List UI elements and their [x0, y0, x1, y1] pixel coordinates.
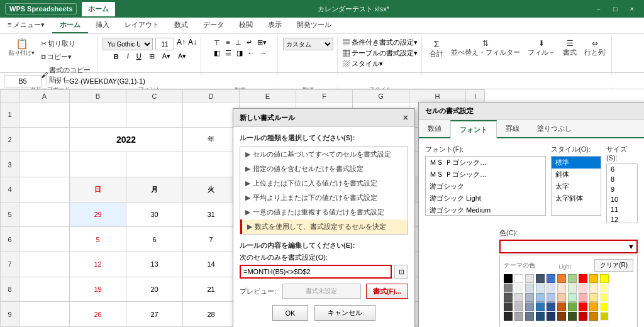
- rule-item-5[interactable]: ▶ 数式を使用して、書式設定するセルを決定: [240, 219, 408, 234]
- cell-a3[interactable]: [19, 152, 70, 177]
- cell-c1[interactable]: [126, 103, 183, 128]
- theme-color-3-3[interactable]: [536, 302, 545, 311]
- align-right-btn[interactable]: ◨: [235, 48, 245, 58]
- theme-color-1-8[interactable]: [589, 284, 598, 292]
- style-item-1[interactable]: 斜体: [552, 169, 601, 180]
- cell-d9[interactable]: 28: [183, 302, 240, 327]
- cell-c8[interactable]: 20: [126, 277, 183, 302]
- theme-color-2-8[interactable]: [589, 293, 598, 302]
- cell-b7[interactable]: 12: [70, 252, 126, 277]
- new-rule-dialog-close-btn[interactable]: ×: [403, 113, 408, 123]
- align-bottom-btn[interactable]: ⊥: [233, 38, 243, 48]
- theme-color-2-3[interactable]: [536, 293, 545, 302]
- style-item-0[interactable]: 標準: [552, 157, 601, 169]
- tab-layout[interactable]: レイアウト: [117, 18, 167, 33]
- format-tab-number[interactable]: 数値: [419, 120, 450, 137]
- font-item-1[interactable]: ＭＳ Ｐゴシック…: [426, 169, 545, 180]
- font-size-up-btn[interactable]: A↑: [177, 38, 186, 50]
- tab-review[interactable]: 校閲: [231, 18, 260, 33]
- theme-color-0-7[interactable]: [579, 274, 587, 283]
- cell-d1[interactable]: [183, 103, 240, 128]
- font-name-select[interactable]: Yu Gothic UI: [103, 38, 153, 50]
- theme-color-2-9[interactable]: [600, 293, 609, 302]
- cell-d2[interactable]: 年: [183, 127, 240, 152]
- cell-d4[interactable]: 火: [183, 177, 240, 202]
- font-item-2[interactable]: 游ゴシック: [426, 180, 545, 192]
- font-size-down-btn[interactable]: A↓: [188, 38, 197, 50]
- tab-insert[interactable]: 挿入: [88, 18, 117, 33]
- cell-styles-btn[interactable]: ▨ スタイル▾: [343, 59, 418, 69]
- cell-b2[interactable]: 2022: [70, 127, 183, 152]
- size-item-2[interactable]: 9: [607, 184, 637, 194]
- rows-btn[interactable]: ⇔ 行と列: [582, 38, 608, 60]
- size-item-1[interactable]: 8: [607, 174, 637, 184]
- theme-color-3-9[interactable]: [600, 302, 609, 311]
- align-left-btn[interactable]: ◧: [212, 48, 222, 58]
- cell-a8[interactable]: [19, 277, 70, 302]
- theme-color-1-5[interactable]: [557, 284, 566, 292]
- cell-d3[interactable]: [183, 152, 240, 177]
- theme-color-1-7[interactable]: [579, 284, 587, 292]
- indent-inc-btn[interactable]: →: [258, 48, 269, 58]
- size-item-5[interactable]: 12: [607, 214, 637, 223]
- theme-color-1-1[interactable]: [514, 284, 523, 292]
- theme-color-3-6[interactable]: [568, 302, 577, 311]
- clear-color-btn[interactable]: クリア(R): [594, 259, 633, 272]
- theme-color-0-9[interactable]: [600, 274, 609, 283]
- format-btn[interactable]: ☰ 書式: [560, 38, 579, 60]
- cell-b6[interactable]: 5: [70, 227, 126, 252]
- cell-b9[interactable]: 26: [70, 302, 126, 327]
- cell-a6[interactable]: [19, 227, 70, 252]
- tab-dev[interactable]: 開発ツール: [289, 18, 339, 33]
- theme-color-0-0[interactable]: [504, 274, 513, 283]
- size-item-0[interactable]: 6: [607, 164, 637, 174]
- cell-a5[interactable]: [19, 202, 70, 227]
- theme-color-0-8[interactable]: [589, 274, 598, 283]
- tab-view[interactable]: 表示: [260, 18, 289, 33]
- tab-menu[interactable]: ≡ メニュー▾: [0, 18, 52, 33]
- conditional-format-btn[interactable]: ▤ 条件付き書式の設定▾: [343, 38, 418, 47]
- border-btn[interactable]: ⊞: [147, 52, 157, 62]
- tab-home[interactable]: ホーム: [52, 18, 88, 33]
- align-center-btn[interactable]: ☰: [223, 48, 233, 58]
- theme-color-2-2[interactable]: [525, 293, 534, 302]
- format-tab-font[interactable]: フォント: [450, 120, 497, 138]
- theme-color-4-6[interactable]: [568, 312, 577, 321]
- cell-d6[interactable]: 7: [183, 227, 240, 252]
- rule-item-2[interactable]: ▶ 上位または下位に入る値だけを書式設定: [240, 176, 408, 191]
- cell-reference[interactable]: [4, 75, 42, 87]
- bold-btn[interactable]: B: [111, 52, 122, 62]
- font-item-3[interactable]: 游ゴシック Light: [426, 192, 545, 204]
- cell-c3[interactable]: [126, 152, 183, 177]
- cancel-btn[interactable]: キャンセル: [314, 305, 375, 321]
- theme-color-0-6[interactable]: [568, 274, 577, 283]
- minimize-btn[interactable]: −: [591, 4, 605, 14]
- cell-a7[interactable]: [19, 252, 70, 277]
- format-tab-fill[interactable]: 塗りつぶし: [528, 120, 580, 137]
- font-color-btn[interactable]: A▾: [175, 52, 189, 62]
- formula-input[interactable]: [65, 75, 640, 87]
- copy-btn[interactable]: ⧉ コピー▾: [38, 51, 93, 63]
- rule-item-0[interactable]: ▶ セルの値に基づいてすべてのセルを書式設定: [240, 147, 408, 162]
- font-item-0[interactable]: ＭＳ Ｐゴシック…: [426, 157, 545, 169]
- theme-color-4-7[interactable]: [579, 312, 587, 321]
- number-format-select[interactable]: カスタム: [283, 38, 333, 50]
- indent-dec-btn[interactable]: ←: [246, 48, 257, 58]
- size-item-4[interactable]: 11: [607, 204, 637, 214]
- font-size-input[interactable]: [155, 38, 174, 50]
- theme-color-2-0[interactable]: [504, 293, 513, 302]
- fill-btn[interactable]: ⬇ フィル－: [525, 38, 558, 60]
- theme-color-4-4[interactable]: [547, 312, 555, 321]
- theme-color-1-9[interactable]: [600, 284, 609, 292]
- fill-color-btn[interactable]: A▾: [160, 52, 173, 62]
- cell-b3[interactable]: [70, 152, 126, 177]
- maximize-btn[interactable]: □: [608, 4, 623, 14]
- theme-color-4-1[interactable]: [514, 312, 523, 321]
- cell-c9[interactable]: 27: [126, 302, 183, 327]
- theme-color-1-4[interactable]: [547, 284, 555, 292]
- table-format-btn[interactable]: ▦ テーブルの書式設定▾: [343, 48, 418, 58]
- sum-btn[interactable]: Σ 合計: [427, 38, 446, 60]
- theme-color-4-0[interactable]: [504, 312, 513, 321]
- cell-b8[interactable]: 19: [70, 277, 126, 302]
- theme-color-4-5[interactable]: [557, 312, 566, 321]
